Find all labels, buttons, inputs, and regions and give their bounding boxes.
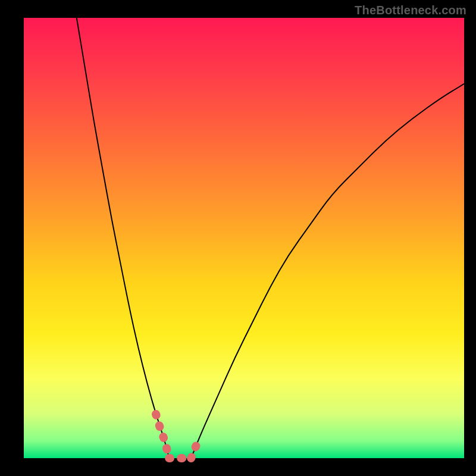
outer-frame: TheBottleneck.com (0, 0, 476, 476)
bottleneck-chart (0, 0, 476, 476)
plot-background (24, 18, 464, 458)
